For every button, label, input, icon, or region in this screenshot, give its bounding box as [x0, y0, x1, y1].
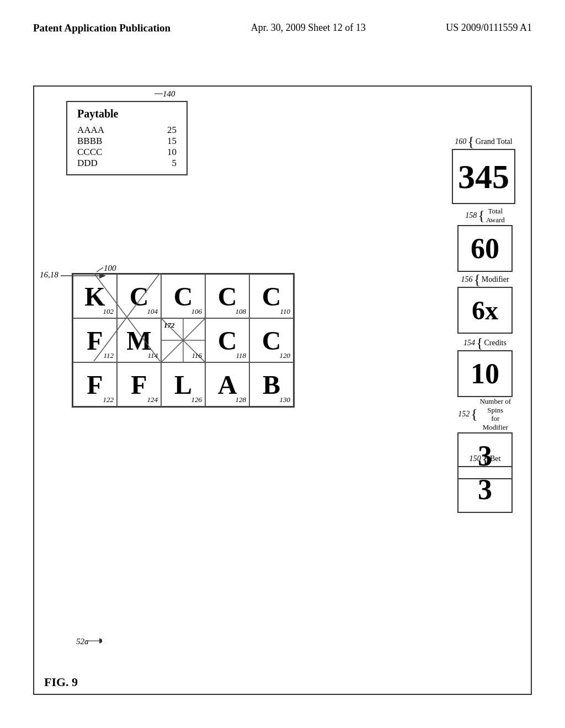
cell-ref: 130 [280, 395, 291, 404]
cell-ref: 114 [147, 351, 158, 360]
slot-cell-114: M 114 [117, 318, 161, 362]
paytable-title: Paytable [77, 108, 177, 120]
slot-grid: K 102 C 104 C 106 C 108 C 110 F 112 M 11… [72, 273, 295, 408]
cell-ref: 128 [236, 395, 247, 404]
slot-cell-126: L 126 [161, 362, 205, 406]
modifier-label: Modifier [482, 275, 509, 284]
paytable-value: 5 [151, 158, 177, 169]
total-award-panel: 158 { TotalAward 60 [457, 207, 513, 272]
cell-ref: 102 [103, 307, 114, 316]
figure-label: FIG. 9 [44, 675, 78, 689]
ref-16-18-label: 16,18 [40, 270, 58, 280]
cell-ref: 122 [103, 395, 114, 404]
spins-modifier-panel: 152 { Number of Spinsfor Modifier 3 [457, 397, 513, 479]
slot-cell-108: C 108 [205, 274, 249, 318]
cell-ref: 108 [236, 307, 247, 316]
modifier-ref: 156 [461, 275, 472, 284]
slot-symbol: F [87, 370, 103, 400]
slot-cell-130: B 130 [249, 362, 294, 406]
slot-cell-128: A 128 [205, 362, 249, 406]
slot-grid-wrapper: K 102 C 104 C 106 C 108 C 110 F 112 M 11… [72, 273, 295, 408]
modifier-box: 6x [457, 287, 513, 334]
cell-ref: 106 [191, 307, 202, 316]
credits-brace: { [476, 336, 483, 349]
slot-symbol: F [131, 370, 147, 400]
svg-line-4 [97, 267, 103, 272]
slot-symbol: C [218, 281, 237, 312]
paytable-ref-arrow [154, 89, 166, 98]
slot-symbol: C [262, 325, 281, 356]
credits-panel: 154 { Credits 10 [457, 336, 513, 397]
paytable-value: 10 [151, 147, 177, 158]
slot-symbol: C [174, 281, 193, 312]
total-award-brace: { [478, 209, 484, 222]
slot-symbol: C [218, 325, 237, 356]
spins-box: 3 [457, 432, 513, 479]
slot-cell-110: C 110 [249, 274, 294, 318]
cell-ref: 104 [147, 307, 158, 316]
slot-symbol: L [174, 370, 192, 400]
credits-box: 10 [457, 350, 513, 397]
slot-cell-118: C 118 [205, 318, 249, 362]
modifier-panel: 156 { Modifier 6x [457, 273, 513, 334]
credits-label: Credits [484, 339, 507, 347]
paytable-value: 15 [151, 136, 177, 147]
total-award-label: TotalAward [486, 207, 505, 224]
grand-total-ref: 160 [455, 137, 466, 146]
cell-ref: 112 [103, 351, 114, 360]
grand-total-brace: { [467, 135, 474, 148]
slot-symbol: A [218, 370, 237, 400]
table-row: AAAA 25 [77, 125, 177, 136]
total-award-ref: 158 [465, 211, 477, 220]
spins-brace: { [471, 408, 477, 420]
patent-header-left: Patent Application Publication [33, 22, 170, 34]
paytable-symbol: AAAA [77, 125, 151, 136]
slot-symbol: C [130, 281, 149, 312]
spins-ref: 152 [458, 410, 470, 419]
slot-cell-102: K 102 [73, 274, 117, 318]
paytable-table: AAAA 25 BBBB 15 CCCC 10 DDD 5 [77, 125, 177, 169]
slot-symbol: K [84, 281, 105, 312]
grand-total-panel: 160 { Grand Total 345 [452, 135, 515, 204]
slot-cell-122: F 122 [73, 362, 117, 406]
slot-cell-124: F 124 [117, 362, 161, 406]
spins-label: Number of Spinsfor Modifier [479, 397, 512, 431]
slot-symbol: F [87, 325, 103, 356]
slot-cell-104: C 104 [117, 274, 161, 318]
cell-ref: 110 [280, 307, 290, 316]
paytable-value: 25 [151, 125, 177, 136]
slot-cell-116: 172 116 [161, 318, 205, 362]
slot-cell-106: C 106 [161, 274, 205, 318]
paytable-box: Paytable AAAA 25 BBBB 15 CCCC 10 DDD 5 [66, 101, 188, 175]
slot-ref-100-arrow [97, 262, 108, 273]
slot-cell-112: F 112 [73, 318, 117, 362]
table-row: CCCC 10 [77, 147, 177, 158]
table-row: BBBB 15 [77, 136, 177, 147]
svg-marker-6 [99, 638, 102, 644]
diag-ref-172: 172 [164, 321, 175, 330]
slot-cell-120: C 120 [249, 318, 294, 362]
paytable-symbol: DDD [77, 158, 151, 169]
cell-ref: 120 [280, 351, 291, 360]
slot-symbol: B [263, 370, 280, 400]
modifier-brace: { [473, 273, 480, 286]
grand-total-label: Grand Total [476, 137, 513, 146]
credits-ref: 154 [463, 339, 475, 347]
paytable-symbol: BBBB [77, 136, 151, 147]
table-row: DDD 5 [77, 158, 177, 169]
cell-ref: 116 [191, 351, 202, 360]
cell-ref: 118 [236, 351, 246, 360]
grand-total-box: 345 [452, 149, 515, 204]
label-52a-arrow [86, 635, 102, 646]
cell-ref: 124 [147, 395, 158, 404]
total-award-box: 60 [457, 225, 513, 272]
cell-ref: 126 [191, 395, 202, 404]
patent-header-right: US 2009/0111559 A1 [446, 22, 532, 34]
patent-header-center: Apr. 30, 2009 Sheet 12 of 13 [251, 22, 366, 34]
paytable-symbol: CCCC [77, 147, 151, 158]
slot-symbol: C [262, 281, 281, 312]
